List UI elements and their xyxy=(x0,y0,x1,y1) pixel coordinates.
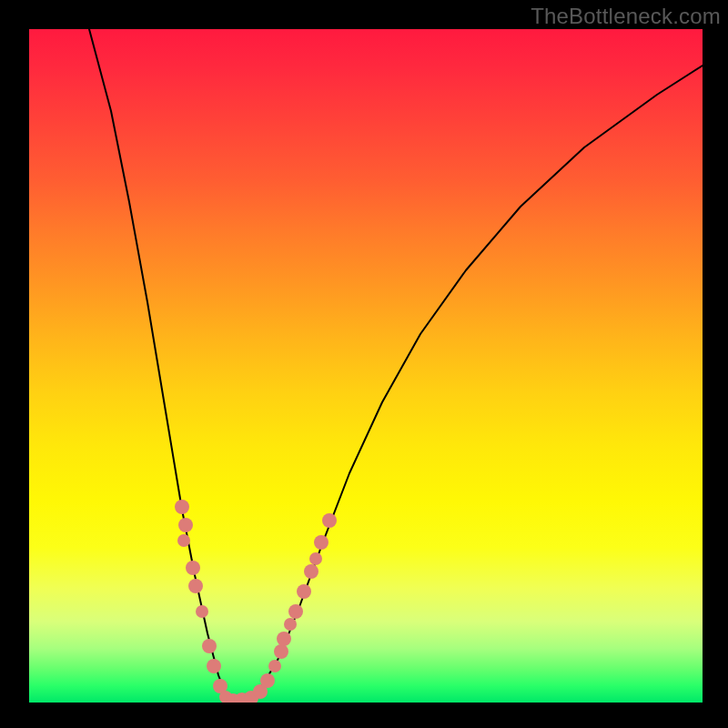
watermark-text: TheBottleneck.com xyxy=(531,4,721,29)
plot-area xyxy=(29,29,703,703)
heat-gradient xyxy=(29,29,703,703)
